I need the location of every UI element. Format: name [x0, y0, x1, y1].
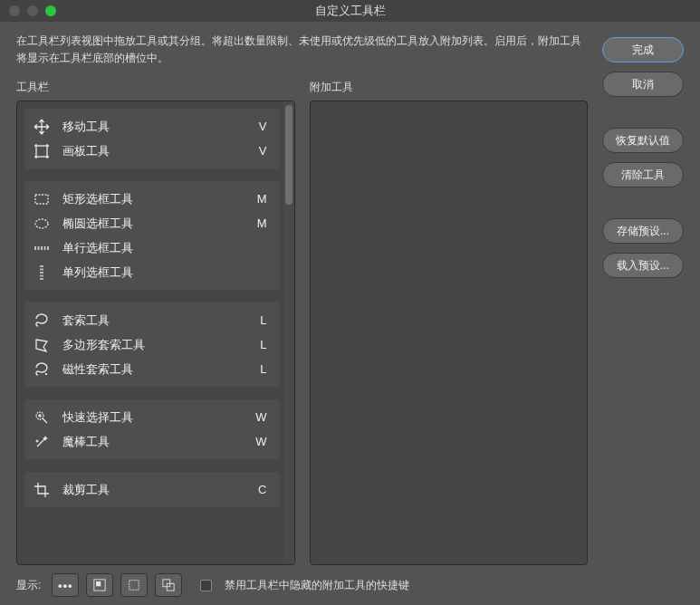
- tool-group[interactable]: 裁剪工具C: [24, 472, 280, 507]
- svg-rect-1: [97, 582, 101, 586]
- move-icon: [32, 119, 52, 135]
- extras-list[interactable]: [310, 101, 589, 565]
- toolbar-panel: 工具栏 移动工具V画板工具V矩形选框工具M椭圆选框工具M单行选框工具单列选框工具…: [16, 80, 295, 565]
- content-area: 在工具栏列表视图中拖放工具或其分组。将超出数量限制、未使用或优先级低的工具放入附…: [0, 22, 700, 565]
- tool-row[interactable]: 裁剪工具C: [24, 477, 280, 502]
- quick-select-icon: [32, 409, 52, 426]
- ellipse-marquee-icon: [32, 216, 52, 232]
- description-text: 在工具栏列表视图中拖放工具或其分组。将超出数量限制、未使用或优先级低的工具放入附…: [16, 33, 588, 67]
- tool-shortcut: V: [259, 144, 267, 158]
- tool-row[interactable]: 移动工具V: [24, 114, 280, 139]
- rect-marquee-icon: [32, 191, 52, 207]
- tool-group[interactable]: 套索工具L多边形套索工具L磁性套索工具L: [24, 302, 280, 387]
- tool-row[interactable]: 快速选择工具W: [24, 405, 280, 429]
- clear-tools-button[interactable]: 清除工具: [602, 162, 684, 187]
- crop-icon: [32, 482, 52, 498]
- toolbar-scrollbar-thumb[interactable]: [285, 105, 292, 205]
- toolbar-list[interactable]: 移动工具V画板工具V矩形选框工具M椭圆选框工具M单行选框工具单列选框工具套索工具…: [16, 101, 295, 565]
- tool-group[interactable]: 移动工具V画板工具V: [24, 109, 280, 168]
- tool-row[interactable]: 椭圆选框工具M: [24, 211, 280, 235]
- lasso-icon: [32, 312, 52, 329]
- tool-row[interactable]: 画板工具V: [24, 139, 280, 163]
- tool-row[interactable]: 单行选框工具: [24, 235, 280, 260]
- tool-name: 移动工具: [62, 119, 248, 135]
- overlap-icon: [162, 579, 175, 591]
- mag-lasso-icon: [32, 361, 52, 378]
- show-edit-button[interactable]: [86, 573, 113, 597]
- main-column: 在工具栏列表视图中拖放工具或其分组。将超出数量限制、未使用或优先级低的工具放入附…: [16, 33, 588, 565]
- tool-row[interactable]: 单列选框工具: [24, 260, 280, 284]
- bottom-bar: 显示: ••• 禁用工具栏中隐藏的附加工具的快捷键: [0, 565, 700, 605]
- tool-row[interactable]: 套索工具L: [24, 308, 280, 332]
- marquee-icon: [128, 579, 140, 591]
- toolbar-panel-label: 工具栏: [16, 80, 295, 95]
- tool-row[interactable]: 多边形套索工具L: [24, 332, 280, 357]
- save-preset-button[interactable]: 存储预设...: [602, 218, 684, 244]
- tool-name: 画板工具: [62, 143, 248, 159]
- show-selection-button[interactable]: [120, 573, 148, 597]
- show-dots-button[interactable]: •••: [52, 573, 79, 597]
- tool-group[interactable]: 快速选择工具W魔棒工具W: [24, 399, 280, 459]
- tool-row[interactable]: 磁性套索工具L: [24, 357, 280, 381]
- load-preset-button[interactable]: 载入预设...: [602, 253, 684, 278]
- tool-shortcut: L: [260, 313, 266, 327]
- tool-name: 单行选框工具: [62, 240, 256, 256]
- button-sidebar: 完成 取消 恢复默认值 清除工具 存储预设... 载入预设...: [602, 33, 684, 565]
- svg-rect-2: [129, 581, 139, 591]
- titlebar: 自定义工具栏: [0, 0, 700, 22]
- toolbar-scrollbar[interactable]: [283, 101, 294, 564]
- tool-row[interactable]: 矩形选框工具M: [24, 187, 280, 211]
- tool-shortcut: M: [257, 216, 267, 230]
- lists-row: 工具栏 移动工具V画板工具V矩形选框工具M椭圆选框工具M单行选框工具单列选框工具…: [16, 80, 588, 565]
- tool-name: 矩形选框工具: [62, 191, 246, 207]
- tool-shortcut: M: [257, 192, 267, 206]
- tool-group[interactable]: 矩形选框工具M椭圆选框工具M单行选框工具单列选框工具: [24, 181, 280, 290]
- done-button[interactable]: 完成: [602, 37, 684, 62]
- tool-row[interactable]: 魔棒工具W: [24, 429, 280, 454]
- restore-defaults-button[interactable]: 恢复默认值: [602, 128, 684, 153]
- row-marquee-icon: [32, 240, 52, 256]
- window-title: 自定义工具栏: [0, 3, 700, 19]
- disable-shortcuts-checkbox[interactable]: [200, 580, 212, 591]
- artboard-icon: [32, 143, 52, 159]
- tool-name: 套索工具: [62, 312, 249, 329]
- edit-mask-icon: [93, 579, 106, 591]
- cancel-button[interactable]: 取消: [602, 72, 684, 97]
- show-overlap-button[interactable]: [155, 573, 182, 597]
- magic-wand-icon: [32, 434, 52, 450]
- extras-panel-label: 附加工具: [310, 80, 589, 95]
- tool-name: 多边形套索工具: [62, 337, 249, 353]
- tool-shortcut: L: [260, 338, 266, 351]
- show-label: 显示:: [16, 578, 41, 593]
- dots-icon: •••: [58, 579, 73, 592]
- poly-lasso-icon: [32, 337, 52, 353]
- disable-shortcuts-label: 禁用工具栏中隐藏的附加工具的快捷键: [225, 578, 409, 593]
- tool-shortcut: C: [258, 483, 266, 496]
- tool-name: 单列选框工具: [62, 264, 256, 281]
- col-marquee-icon: [32, 264, 52, 281]
- tool-name: 快速选择工具: [62, 409, 245, 426]
- extras-panel: 附加工具: [310, 80, 589, 565]
- tool-shortcut: V: [259, 120, 267, 133]
- tool-shortcut: W: [255, 410, 266, 424]
- tool-name: 魔棒工具: [62, 434, 245, 450]
- tool-name: 裁剪工具: [62, 482, 247, 498]
- tool-shortcut: W: [255, 435, 266, 448]
- tool-shortcut: L: [260, 362, 266, 376]
- tool-name: 椭圆选框工具: [62, 216, 246, 232]
- tool-name: 磁性套索工具: [62, 361, 249, 378]
